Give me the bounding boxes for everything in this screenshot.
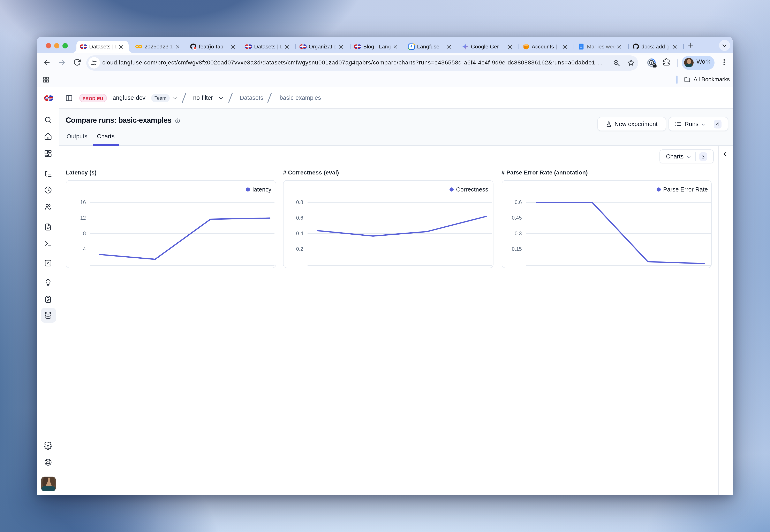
svg-text:8: 8 <box>83 230 86 236</box>
svg-text:6: 6 <box>410 45 412 49</box>
svg-text:16: 16 <box>80 199 86 205</box>
svg-text:0.15: 0.15 <box>511 246 522 252</box>
svg-text:latency: latency <box>253 186 271 193</box>
svg-text:0.4: 0.4 <box>296 230 303 236</box>
svg-text:0.45: 0.45 <box>511 215 522 221</box>
svg-text:12: 12 <box>80 215 86 221</box>
svg-text:0.3: 0.3 <box>514 230 522 236</box>
svg-text:0.6: 0.6 <box>514 199 522 205</box>
svg-text:0.8: 0.8 <box>296 199 303 205</box>
svg-text:0.2: 0.2 <box>296 246 303 252</box>
svg-text:4: 4 <box>83 246 86 252</box>
svg-text:Correctness: Correctness <box>456 186 488 193</box>
svg-text:Parse Error Rate: Parse Error Rate <box>663 186 708 193</box>
svg-text:0.6: 0.6 <box>296 215 303 221</box>
